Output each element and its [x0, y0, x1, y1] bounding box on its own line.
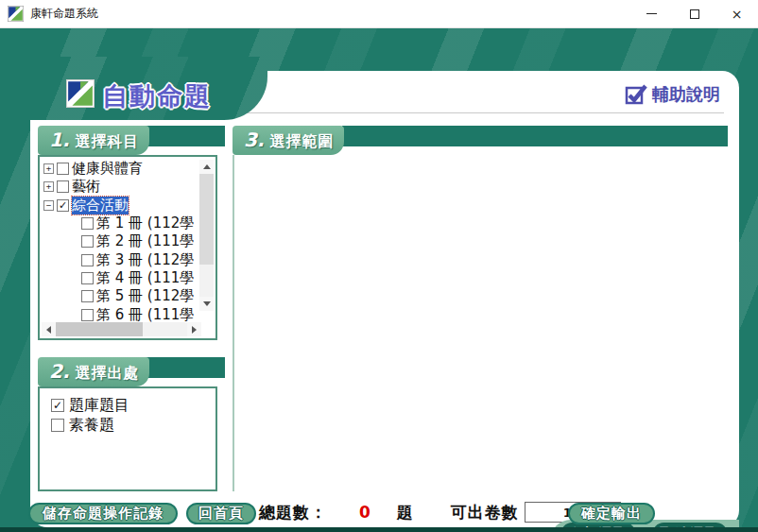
tree-checkbox[interactable]	[81, 272, 94, 284]
source-checkbox[interactable]: ✓	[51, 399, 64, 412]
total-questions-value: 0	[359, 503, 370, 522]
vertical-scroll-thumb[interactable]	[199, 174, 214, 265]
app-logo-icon	[8, 6, 24, 22]
app-background: 自動命題 輔助說明 1. 選擇科目 +健康與體育+藝術−✓綜合活動第 1 冊 (…	[0, 28, 758, 532]
scope-panel	[233, 155, 730, 491]
header-wedge: 自動命題	[0, 57, 267, 120]
tree-item[interactable]: 第 3 冊 (112學	[42, 250, 200, 268]
total-questions-label: 總題數：	[259, 502, 327, 523]
window-title: 康軒命題系統	[30, 6, 98, 22]
scroll-right-arrow-icon[interactable]	[187, 322, 201, 336]
source-option-label: 題庫題目	[69, 396, 129, 416]
tree-vertical-scrollbar[interactable]	[199, 160, 214, 311]
header-divider	[236, 112, 724, 113]
subject-panel: +健康與體育+藝術−✓綜合活動第 1 冊 (112學第 2 冊 (111學第 3…	[38, 155, 217, 340]
scroll-up-arrow-icon[interactable]	[199, 160, 214, 174]
tree-checkbox[interactable]	[81, 235, 94, 248]
total-questions-unit: 題	[397, 502, 413, 523]
source-option-label: 素養題	[69, 416, 114, 436]
tree-item-label[interactable]: 健康與體育	[72, 160, 143, 178]
home-button[interactable]: 回首頁	[186, 503, 256, 524]
tree-item-label[interactable]: 第 2 冊 (111學	[96, 232, 194, 250]
source-option[interactable]: ✓題庫題目	[51, 396, 215, 415]
tree-item[interactable]: 第 2 冊 (111學	[42, 232, 200, 250]
help-button[interactable]: 輔助說明	[625, 83, 720, 106]
horizontal-scroll-thumb[interactable]	[56, 322, 143, 336]
tree-checkbox[interactable]	[81, 309, 94, 321]
tree-checkbox[interactable]	[81, 290, 94, 302]
save-log-button[interactable]: 儲存命題操作記錄	[28, 503, 178, 524]
confirm-output-button[interactable]: 確定輸出	[568, 503, 655, 524]
step1-number: 1.	[49, 129, 70, 151]
tree-checkbox[interactable]: ✓	[57, 199, 69, 212]
tree-item[interactable]: −✓綜合活動	[42, 197, 200, 215]
tree-checkbox[interactable]	[57, 163, 69, 175]
app-logo-icon-large	[66, 79, 95, 108]
checked-box-icon	[625, 83, 647, 106]
collapse-minus-icon[interactable]: −	[43, 200, 54, 211]
paper-count-label: 可出卷數	[451, 502, 519, 523]
tree-item[interactable]: 第 1 冊 (112學	[42, 215, 200, 232]
tree-item-label[interactable]: 綜合活動	[72, 197, 129, 215]
title-bar: 康軒命題系統 ×	[0, 0, 758, 28]
step2-number: 2.	[49, 360, 70, 383]
close-button[interactable]: ×	[715, 0, 758, 28]
step1-title: 選擇科目	[76, 132, 140, 152]
help-label: 輔助說明	[652, 83, 720, 106]
expand-plus-icon[interactable]: +	[43, 181, 54, 192]
footer-bottom-line	[0, 527, 758, 532]
tree-item[interactable]: +健康與體育	[42, 160, 200, 178]
tree-item[interactable]: +藝術	[42, 178, 200, 196]
tree-item[interactable]: 第 6 冊 (111學	[42, 305, 200, 323]
tree-item-label[interactable]: 藝術	[72, 178, 100, 196]
step2-header: 2. 選擇出處	[38, 357, 149, 386]
step3-title: 選擇範圍	[270, 132, 335, 152]
tree-item-label[interactable]: 第 4 冊 (111學	[96, 269, 194, 287]
step3-bar	[342, 126, 728, 146]
tree-item[interactable]: 第 4 冊 (111學	[42, 269, 200, 287]
source-checkbox[interactable]	[51, 419, 64, 432]
tree-checkbox[interactable]	[81, 217, 94, 230]
step3-number: 3.	[244, 129, 265, 151]
step2-title: 選擇出處	[76, 364, 140, 384]
tree-checkbox[interactable]	[57, 180, 69, 193]
maximize-button[interactable]	[673, 0, 715, 28]
scroll-down-arrow-icon[interactable]	[199, 297, 214, 311]
tree-item[interactable]: 第 5 冊 (112學	[42, 287, 200, 305]
tree-item-label[interactable]: 第 1 冊 (112學	[96, 215, 194, 232]
page-title: 自動命題	[102, 79, 212, 113]
step1-header: 1. 選擇科目	[38, 126, 149, 155]
source-option[interactable]: 素養題	[51, 416, 215, 435]
tree-item-label[interactable]: 第 5 冊 (112學	[96, 287, 194, 305]
tree-checkbox[interactable]	[81, 254, 94, 266]
step3-header: 3. 選擇範圍	[233, 126, 344, 155]
app-window: 康軒命題系統 × 自動命題	[0, 0, 758, 532]
minimize-button[interactable]	[630, 0, 673, 28]
expand-plus-icon[interactable]: +	[43, 163, 54, 174]
main-card: 自動命題 輔助說明 1. 選擇科目 +健康與體育+藝術−✓綜合活動第 1 冊 (…	[30, 71, 739, 527]
tree-item-label[interactable]: 第 6 冊 (111學	[96, 306, 194, 324]
subject-tree: +健康與體育+藝術−✓綜合活動第 1 冊 (112學第 2 冊 (111學第 3…	[42, 160, 200, 326]
tree-item-label[interactable]: 第 3 冊 (112學	[96, 251, 194, 269]
tree-horizontal-scrollbar[interactable]	[42, 322, 201, 336]
source-panel: ✓題庫題目素養題	[38, 386, 217, 491]
scroll-left-arrow-icon[interactable]	[42, 322, 56, 336]
